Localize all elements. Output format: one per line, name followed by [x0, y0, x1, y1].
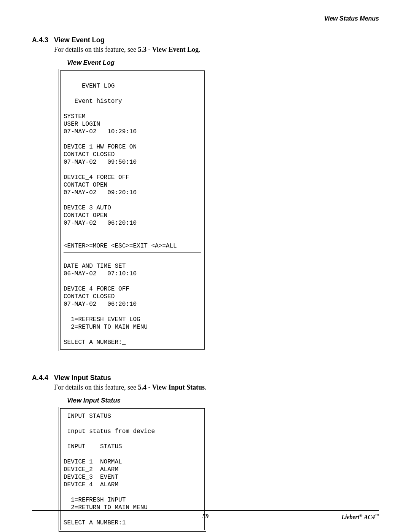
event-log-entries-top: SYSTEM USER LOGIN 07-MAY-02 10:29:10 DEV…	[64, 113, 177, 249]
section-number-a44: A.4.4	[32, 374, 54, 382]
section-title-a43: View Event Log	[54, 36, 105, 44]
section-title-a44: View Input Status	[54, 374, 111, 382]
section-intro-a44: For details on this feature, see 5.4 - V…	[54, 383, 379, 391]
event-log-divider	[64, 252, 201, 252]
section-number-a43: A.4.3	[32, 36, 54, 44]
header-title: View Status Menus	[32, 15, 379, 24]
intro-prefix-2: For details on this feature, see	[54, 383, 138, 391]
event-log-screen: EVENT LOG Event history SYSTEM USER LOGI…	[59, 69, 206, 351]
event-log-entries-bottom: DATE AND TIME SET 06-MAY-02 07:10:10 DEV…	[64, 263, 148, 346]
intro-suffix-2: .	[205, 383, 207, 391]
input-status-box-title: View Input Status	[67, 397, 379, 404]
intro-suffix: .	[199, 46, 201, 53]
page-number: 59	[32, 513, 379, 520]
intro-ref-2: 5.4 - View Input Status	[138, 383, 205, 391]
section-intro-a43: For details on this feature, see 5.3 - V…	[54, 46, 379, 54]
event-log-subtitle: Event history	[64, 98, 122, 105]
header-rule	[32, 26, 379, 26]
footer: 59 Liebert® AC4™	[32, 510, 379, 521]
input-status-body: INPUT STATUS Input status from device IN…	[64, 413, 155, 526]
intro-ref: 5.3 - View Event Log	[138, 46, 199, 53]
event-log-header: EVENT LOG	[64, 83, 115, 89]
event-log-box-title: View Event Log	[67, 59, 379, 67]
intro-prefix: For details on this feature, see	[54, 46, 138, 53]
